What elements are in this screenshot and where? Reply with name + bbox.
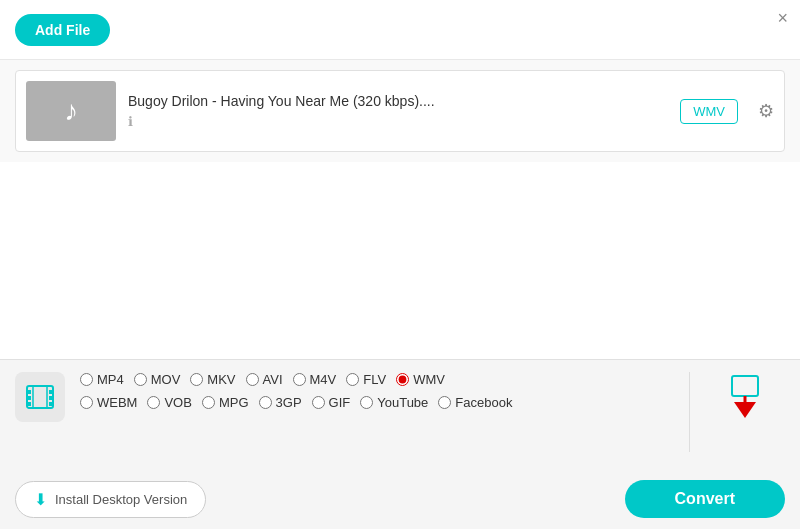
download-arrow-icon	[720, 372, 770, 422]
film-icon	[25, 382, 55, 412]
svg-rect-5	[49, 396, 53, 400]
radio-youtube[interactable]	[360, 396, 373, 409]
file-name: Bugoy Drilon - Having You Near Me (320 k…	[128, 93, 668, 109]
format-mpg[interactable]: MPG	[202, 395, 249, 410]
format-3gp[interactable]: 3GP	[259, 395, 302, 410]
bottom-action-bar: ⬇ Install Desktop Version Convert	[0, 469, 800, 529]
svg-rect-2	[27, 396, 31, 400]
format-m4v[interactable]: M4V	[293, 372, 337, 387]
file-format-button[interactable]: WMV	[680, 99, 738, 124]
radio-webm[interactable]	[80, 396, 93, 409]
label-mkv: MKV	[207, 372, 235, 387]
svg-rect-9	[732, 376, 758, 396]
radio-mpg[interactable]	[202, 396, 215, 409]
format-panel: MP4 MOV MKV AVI M4V	[0, 359, 800, 469]
svg-marker-11	[734, 402, 756, 418]
svg-rect-1	[27, 390, 31, 394]
radio-vob[interactable]	[147, 396, 160, 409]
radio-mp4[interactable]	[80, 373, 93, 386]
format-wmv[interactable]: WMV	[396, 372, 445, 387]
file-info: Bugoy Drilon - Having You Near Me (320 k…	[128, 93, 668, 129]
right-panel	[705, 372, 785, 422]
label-mov: MOV	[151, 372, 181, 387]
file-thumbnail: ♪	[26, 81, 116, 141]
close-button[interactable]: ×	[777, 8, 788, 29]
label-gif: GIF	[329, 395, 351, 410]
divider	[689, 372, 690, 452]
format-mkv[interactable]: MKV	[190, 372, 235, 387]
format-row-1: MP4 MOV MKV AVI M4V	[80, 372, 674, 387]
label-flv: FLV	[363, 372, 386, 387]
label-3gp: 3GP	[276, 395, 302, 410]
svg-rect-4	[49, 390, 53, 394]
format-mov[interactable]: MOV	[134, 372, 181, 387]
label-wmv: WMV	[413, 372, 445, 387]
music-icon: ♪	[64, 95, 78, 127]
install-desktop-button[interactable]: ⬇ Install Desktop Version	[15, 481, 206, 518]
radio-mkv[interactable]	[190, 373, 203, 386]
svg-rect-3	[27, 402, 31, 406]
label-youtube: YouTube	[377, 395, 428, 410]
format-row-2: WEBM VOB MPG 3GP GIF	[80, 395, 674, 410]
file-list: ♪ Bugoy Drilon - Having You Near Me (320…	[0, 60, 800, 162]
svg-rect-6	[49, 402, 53, 406]
format-facebook[interactable]: Facebook	[438, 395, 512, 410]
radio-avi[interactable]	[246, 373, 259, 386]
radio-mov[interactable]	[134, 373, 147, 386]
label-webm: WEBM	[97, 395, 137, 410]
radio-flv[interactable]	[346, 373, 359, 386]
format-section: MP4 MOV MKV AVI M4V	[15, 372, 785, 452]
label-mpg: MPG	[219, 395, 249, 410]
file-item: ♪ Bugoy Drilon - Having You Near Me (320…	[15, 70, 785, 152]
label-mp4: MP4	[97, 372, 124, 387]
label-facebook: Facebook	[455, 395, 512, 410]
radio-facebook[interactable]	[438, 396, 451, 409]
radio-m4v[interactable]	[293, 373, 306, 386]
format-vob[interactable]: VOB	[147, 395, 191, 410]
format-grid: MP4 MOV MKV AVI M4V	[80, 372, 674, 410]
format-webm[interactable]: WEBM	[80, 395, 137, 410]
format-gif[interactable]: GIF	[312, 395, 351, 410]
format-youtube[interactable]: YouTube	[360, 395, 428, 410]
settings-icon[interactable]: ⚙	[758, 100, 774, 122]
label-m4v: M4V	[310, 372, 337, 387]
info-icon[interactable]: ℹ	[128, 114, 133, 129]
label-avi: AVI	[263, 372, 283, 387]
radio-wmv[interactable]	[396, 373, 409, 386]
arrow-down-icon	[720, 372, 770, 422]
radio-3gp[interactable]	[259, 396, 272, 409]
convert-button[interactable]: Convert	[625, 480, 785, 518]
format-flv[interactable]: FLV	[346, 372, 386, 387]
label-vob: VOB	[164, 395, 191, 410]
install-label: Install Desktop Version	[55, 492, 187, 507]
radio-gif[interactable]	[312, 396, 325, 409]
top-bar: Add File	[0, 0, 800, 60]
download-icon: ⬇	[34, 490, 47, 509]
format-avi[interactable]: AVI	[246, 372, 283, 387]
add-file-button[interactable]: Add File	[15, 14, 110, 46]
format-icon	[15, 372, 65, 422]
format-mp4[interactable]: MP4	[80, 372, 124, 387]
